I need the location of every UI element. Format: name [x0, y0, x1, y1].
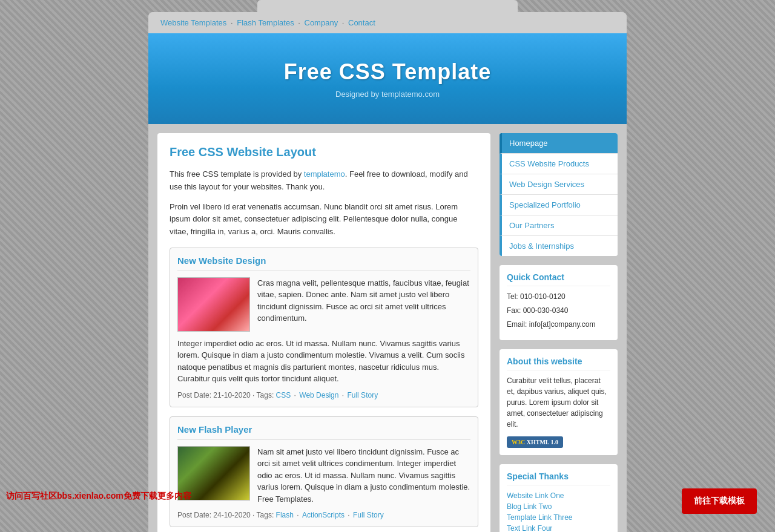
nav-link-contact[interactable]: Contact — [348, 18, 375, 27]
post-2-tag-fullstory[interactable]: Full Story — [353, 511, 384, 519]
post-2-tag-flash[interactable]: Flash — [276, 511, 294, 519]
quick-contact-title: Quick Contact — [507, 272, 610, 286]
content-area: Free CSS Website Layout This free CSS te… — [148, 124, 627, 532]
post-1-tag-fullstory[interactable]: Full Story — [347, 391, 378, 399]
nav-bar: Website Templates · Flash Templates · Co… — [148, 12, 627, 33]
post-2-title: New Flash Player — [177, 424, 470, 440]
top-tab — [257, 0, 518, 12]
w3c-text: W3C — [512, 439, 525, 445]
post-2-meta: Post Date: 24-10-2020 · Tags: Flash · Ac… — [177, 511, 470, 519]
sidebar-item-homepage[interactable]: Homepage — [500, 133, 618, 154]
sidebar: Homepage CSS Website Products Web Design… — [500, 133, 618, 532]
post-1-tag-webdesign[interactable]: Web Design — [299, 391, 338, 399]
nav-sep-2: · — [298, 18, 302, 27]
site-subtitle: Designed by templatemo.com — [335, 90, 440, 99]
header: Free CSS Template Designed by templatemo… — [148, 33, 627, 124]
post-2-tags-label: Tags: — [257, 511, 274, 519]
quick-contact-box: Quick Contact Tel: 010-010-0120 Fax: 000… — [500, 265, 618, 340]
sidebar-item-specialized-portfolio[interactable]: Specialized Portfolio — [500, 195, 618, 215]
nav-sep-1: · — [231, 18, 235, 27]
sidebar-item-jobs-internships[interactable]: Jobs & Internships — [500, 236, 618, 256]
special-thanks-link-4[interactable]: Text Link Four — [507, 523, 610, 532]
watermark: 访问百写社区bbs.xienlao.com免费下载更多内容 — [6, 491, 191, 502]
nav-link-flash-templates[interactable]: Flash Templates — [237, 18, 294, 27]
post-1-date: Post Date: 21-10-2020 — [177, 391, 251, 399]
post-1-text1: Cras magna velit, pellentesque mattis, f… — [257, 277, 470, 332]
about-text: Curabitur velit tellus, placerat et, dap… — [507, 375, 610, 430]
nav-sep-3: · — [342, 18, 346, 27]
quick-contact-email: Email: info[at]company.com — [507, 319, 610, 330]
sidebar-nav: Homepage CSS Website Products Web Design… — [500, 133, 618, 256]
post-2-date: Post Date: 24-10-2020 — [177, 511, 251, 519]
post-1: New Website Design Cras magna velit, pel… — [170, 248, 478, 407]
sep6: · — [348, 511, 352, 519]
download-button[interactable]: 前往下载模板 — [682, 488, 757, 514]
special-thanks-link-2[interactable]: Blog Link Two — [507, 501, 610, 512]
post-1-image — [177, 277, 250, 332]
quick-contact-tel: Tel: 010-010-0120 — [507, 291, 610, 302]
special-thanks-box: Special Thanks Website Link One Blog Lin… — [500, 464, 618, 532]
about-title: About this website — [507, 356, 610, 370]
nav-link-website-templates[interactable]: Website Templates — [160, 18, 226, 27]
special-thanks-title: Special Thanks — [507, 471, 610, 485]
intro-text: This free CSS template is provided by — [170, 169, 304, 179]
post-1-content: Cras magna velit, pellentesque mattis, f… — [177, 277, 470, 332]
nav-link-company[interactable]: Company — [305, 18, 338, 27]
special-thanks-link-3[interactable]: Template Link Three — [507, 512, 610, 523]
sep5: · — [297, 511, 301, 519]
sidebar-item-css-website-products[interactable]: CSS Website Products — [500, 154, 618, 174]
sidebar-item-web-design-services[interactable]: Web Design Services — [500, 174, 618, 195]
about-box: About this website Curabitur velit tellu… — [500, 349, 618, 455]
main-content: Free CSS Website Layout This free CSS te… — [157, 133, 490, 532]
post-2-tag-actionscripts[interactable]: ActionScripts — [302, 511, 345, 519]
templatemo-link[interactable]: templatemo — [304, 169, 345, 179]
post-1-meta: Post Date: 21-10-2020 · Tags: CSS · Web … — [177, 391, 470, 399]
post-1-tag-css[interactable]: CSS — [276, 391, 291, 399]
container: Website Templates · Flash Templates · Co… — [148, 12, 627, 532]
sidebar-item-our-partners[interactable]: Our Partners — [500, 215, 618, 236]
post-2-content: Nam sit amet justo vel libero tincidunt … — [177, 446, 470, 505]
post-1-tags-label: Tags: — [257, 391, 274, 399]
page-title: Free CSS Website Layout — [170, 145, 478, 159]
post-2: New Flash Player Nam sit amet justo vel … — [170, 416, 478, 528]
post-2-text1: Nam sit amet justo vel libero tincidunt … — [257, 446, 470, 505]
sep3: · — [342, 391, 346, 399]
sep2: · — [294, 391, 298, 399]
site-title: Free CSS Template — [284, 59, 491, 85]
special-thanks-link-1[interactable]: Website Link One — [507, 490, 610, 501]
post-1-title: New Website Design — [177, 255, 470, 271]
intro-paragraph: This free CSS template is provided by te… — [170, 168, 478, 194]
w3c-badge: W3C XHTML 1.0 — [507, 436, 563, 448]
post-1-text2: Integer imperdiet odio ac eros. Ut id ma… — [177, 338, 470, 385]
body-text: Proin vel libero id erat venenatis accum… — [170, 201, 478, 238]
quick-contact-fax: Fax: 000-030-0340 — [507, 305, 610, 316]
